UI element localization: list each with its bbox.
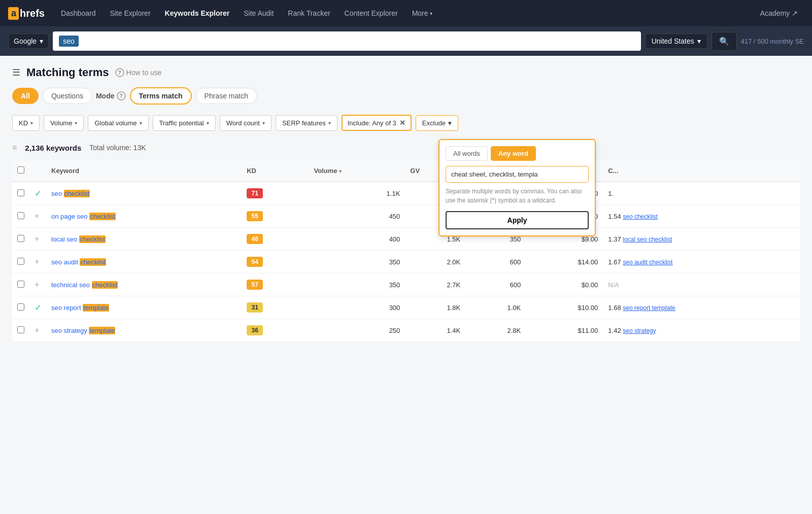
row-kd: 55 bbox=[242, 205, 309, 228]
filters-row: KD ▾ Volume ▾ Global volume ▾ Traffic po… bbox=[12, 115, 800, 131]
tab-terms-match[interactable]: Terms match bbox=[130, 87, 192, 105]
keyword-link[interactable]: local seo checklist bbox=[51, 235, 106, 243]
keyword-link[interactable]: technical seo checklist bbox=[51, 281, 118, 289]
filter-volume[interactable]: Volume ▾ bbox=[44, 115, 84, 131]
row-keyword: technical seo checklist bbox=[46, 273, 242, 296]
search-input[interactable] bbox=[83, 37, 635, 45]
nav-content-explorer[interactable]: Content Explorer bbox=[339, 6, 404, 20]
filter-traffic-potential[interactable]: Traffic potential ▾ bbox=[153, 115, 216, 131]
monthly-info: 417 / 500 monthly SE bbox=[741, 38, 804, 45]
row-gv: 2.7K bbox=[405, 273, 465, 296]
engine-select[interactable]: Google ▾ bbox=[8, 33, 49, 49]
row-col7: 1.68 seo report template bbox=[603, 296, 800, 319]
row-action[interactable]: + bbox=[29, 273, 46, 296]
table-row: +on page seo checklist554503.9K1.5K$8.00… bbox=[12, 205, 800, 228]
dropdown-tabs: All words Any word bbox=[446, 146, 589, 161]
row-kd: 54 bbox=[242, 251, 309, 273]
kd-badge: 31 bbox=[247, 302, 263, 313]
row-col7: 1. bbox=[603, 182, 800, 205]
th-volume[interactable]: Volume ▾ bbox=[309, 160, 405, 182]
search-button[interactable]: 🔍 bbox=[712, 32, 737, 51]
row-checkbox[interactable] bbox=[17, 281, 24, 288]
apply-button[interactable]: Apply bbox=[446, 211, 589, 229]
check-icon: ✓ bbox=[35, 189, 41, 198]
row-action[interactable]: + bbox=[29, 251, 46, 273]
dropdown-tab-all-words[interactable]: All words bbox=[446, 146, 488, 161]
filter-word-count[interactable]: Word count ▾ bbox=[220, 115, 272, 131]
row-keyword: local seo checklist bbox=[46, 228, 242, 251]
filter-include[interactable]: Include: Any of 3 ✕ bbox=[342, 115, 412, 131]
dropdown-tab-any-word[interactable]: Any word bbox=[491, 146, 536, 161]
highlight-word: checklist bbox=[80, 258, 106, 266]
row-volume: 450 bbox=[309, 205, 405, 228]
keyword-link[interactable]: seo strategy template bbox=[51, 327, 115, 334]
tab-phrase-match[interactable]: Phrase match bbox=[196, 88, 257, 104]
mode-help-icon: ? bbox=[117, 91, 126, 100]
row-volume: 300 bbox=[309, 296, 405, 319]
parent-link[interactable]: seo checklist bbox=[623, 213, 658, 220]
include-keywords-input[interactable] bbox=[446, 166, 589, 183]
select-all-checkbox[interactable] bbox=[17, 166, 24, 174]
row-checkbox[interactable] bbox=[17, 258, 24, 265]
close-icon[interactable]: ✕ bbox=[399, 119, 405, 127]
th-select-all[interactable] bbox=[12, 160, 29, 182]
how-to-use-button[interactable]: ? How to use bbox=[115, 68, 162, 77]
row-action[interactable]: + bbox=[29, 319, 46, 342]
nav-site-explorer[interactable]: Site Explorer bbox=[104, 6, 156, 20]
row-action[interactable]: ✓ bbox=[29, 182, 46, 205]
row-action[interactable]: + bbox=[29, 205, 46, 228]
row-kd: 36 bbox=[242, 319, 309, 342]
row-volume: 350 bbox=[309, 251, 405, 273]
nav-academy[interactable]: Academy ↗ bbox=[754, 6, 804, 20]
th-col7[interactable]: C... bbox=[603, 160, 800, 182]
row-keyword: seo checklist bbox=[46, 182, 242, 205]
keyword-link[interactable]: on page seo checklist bbox=[51, 213, 116, 220]
th-kd[interactable]: KD bbox=[242, 160, 309, 182]
nav-rank-tracker[interactable]: Rank Tracker bbox=[282, 6, 336, 20]
row-checkbox[interactable] bbox=[17, 189, 24, 196]
row-tp: 600 bbox=[465, 273, 526, 296]
parent-link[interactable]: seo audit checklist bbox=[623, 259, 672, 266]
filter-kd[interactable]: KD ▾ bbox=[12, 115, 40, 131]
row-kd: 57 bbox=[242, 273, 309, 296]
reorder-icon[interactable]: ≡ bbox=[12, 143, 17, 152]
keyword-link[interactable]: seo report template bbox=[51, 304, 109, 312]
filter-serp-features[interactable]: SERP features ▾ bbox=[276, 115, 337, 131]
filter-exclude[interactable]: Exclude ▾ bbox=[416, 115, 458, 131]
row-volume: 400 bbox=[309, 228, 405, 251]
page-title: Matching terms bbox=[26, 66, 109, 79]
th-keyword[interactable]: Keyword bbox=[46, 160, 242, 182]
row-action[interactable]: ✓ bbox=[29, 296, 46, 319]
keyword-link[interactable]: seo checklist bbox=[51, 190, 90, 197]
parent-link[interactable]: seo report template bbox=[623, 304, 675, 312]
logo-text: hrefs bbox=[20, 8, 45, 19]
nav-site-audit[interactable]: Site Audit bbox=[238, 6, 280, 20]
row-checkbox[interactable] bbox=[17, 303, 24, 311]
table-header-row: Keyword KD Volume ▾ GV TP CPC C... bbox=[12, 160, 800, 182]
logo[interactable]: a hrefs bbox=[8, 7, 45, 20]
nav-keywords-explorer[interactable]: Keywords Explorer bbox=[159, 6, 236, 20]
row-checkbox[interactable] bbox=[17, 212, 24, 219]
plus-icon: + bbox=[35, 280, 39, 289]
nav-more[interactable]: More ▾ bbox=[406, 6, 438, 20]
sort-icon: ▾ bbox=[339, 168, 342, 174]
parent-link[interactable]: seo strategy bbox=[623, 327, 656, 334]
parent-link[interactable]: local seo checklist bbox=[623, 236, 672, 243]
kd-badge: 36 bbox=[247, 325, 263, 335]
include-label: Include: Any of 3 bbox=[348, 119, 396, 127]
filter-global-volume[interactable]: Global volume ▾ bbox=[88, 115, 148, 131]
chevron-down-icon: ▾ bbox=[75, 120, 77, 126]
row-checkbox[interactable] bbox=[17, 235, 24, 242]
plus-icon: + bbox=[35, 257, 39, 266]
total-volume: Total volume: 13K bbox=[89, 144, 146, 152]
row-checkbox[interactable] bbox=[17, 326, 24, 333]
menu-icon[interactable]: ☰ bbox=[12, 67, 20, 78]
row-gv: 2.0K bbox=[405, 251, 465, 273]
nav-dashboard[interactable]: Dashboard bbox=[55, 6, 102, 20]
search-bar: Google ▾ seo United States ▾ 🔍 417 / 500… bbox=[0, 26, 812, 56]
tab-questions[interactable]: Questions bbox=[43, 88, 92, 104]
row-action[interactable]: + bbox=[29, 228, 46, 251]
tab-all[interactable]: All bbox=[12, 88, 39, 104]
keyword-link[interactable]: seo audit checklist bbox=[51, 258, 106, 266]
country-select[interactable]: United States ▾ bbox=[645, 33, 707, 49]
